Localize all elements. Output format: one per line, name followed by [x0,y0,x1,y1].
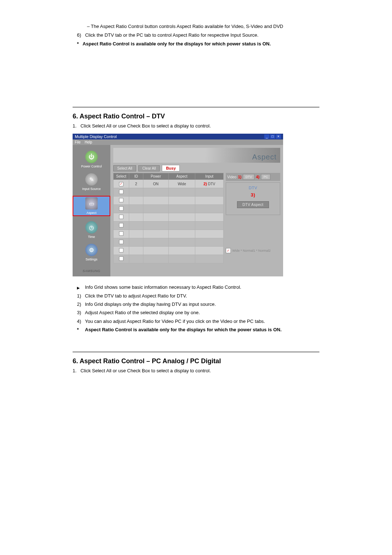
row-checkbox[interactable] [119,240,123,244]
col-aspect: Aspect [168,173,195,180]
window-title: Multiple Display Control [75,134,117,139]
under-line-3: Adjust Aspect Ratio of the selected disp… [85,308,200,317]
titlebar: Multiple Display Control _ □ × [73,134,283,139]
cell-id: 2 [129,180,143,188]
info-grid: Select ID Power Aspect Input 2 ON Wide [113,173,224,263]
intro-line-2: Click the DTV tab or the PC tab to contr… [85,32,258,38]
power-icon: ⏻ [85,151,98,163]
brand-logo: SAMSUNG [73,269,110,273]
table-row[interactable] [114,230,224,238]
table-row[interactable] [114,213,224,222]
annotation-2: 2) [203,182,207,186]
table-row[interactable] [114,222,224,230]
status-check-icon: ✓ [226,248,231,253]
status-line: ✓ Wide * Normal1 * Normal2 [226,247,280,253]
dtv-box-title: DTV [228,186,278,190]
step-number-2: 1. [73,368,77,373]
sidebar-item-time[interactable]: ◷ Time [73,221,110,239]
star-marker: * [77,41,79,46]
sidebar-item-power[interactable]: ⏻ Power Control [73,151,110,168]
divider [73,352,319,352]
intro-line-1: The Aspect Ratio Control button controls… [91,24,283,29]
app-screenshot: Multiple Display Control _ □ × File Help… [73,134,283,276]
menubar: File Help [73,139,283,145]
aspect-icon: ▭ [85,197,98,210]
menu-help[interactable]: Help [85,140,92,144]
table-row[interactable] [114,255,224,263]
sidebar: ⏻ Power Control ✎ Input Source ▭ Aspect … [73,145,110,276]
row-checkbox[interactable] [119,231,123,236]
col-select: Select [114,173,129,180]
right-panel: Video 1) DTV 4) PC DTV 3) DTV Aspect [226,173,280,263]
maximize-icon[interactable]: □ [270,134,275,139]
table-row[interactable]: 2 ON Wide 2) DTV [114,180,224,188]
marker-6: 6) [77,32,81,38]
under-note: Aspect Ratio Control is available only f… [85,325,282,334]
row-checkbox[interactable] [119,248,123,252]
col-id: ID [129,173,143,180]
marker-2: 2) [77,300,83,308]
row-checkbox[interactable] [119,206,123,211]
close-icon[interactable]: × [276,134,281,139]
section-title-dtv: 6. Aspect Ratio Control – DTV [73,113,319,120]
marker-1: 1) [77,292,83,300]
panel-header: Aspect [113,148,280,163]
dtv-aspect-button[interactable]: DTV Aspect [237,201,269,208]
sidebar-item-settings[interactable]: ⚙ Settings [73,244,110,261]
clear-all-button[interactable]: Clear All [138,165,160,171]
table-row[interactable] [114,238,224,247]
annotation-3: 3) [228,192,278,198]
cell-power: ON [143,180,169,188]
star-marker-2: * [77,325,83,334]
row-checkbox[interactable] [119,215,123,219]
row-checkbox[interactable] [119,198,123,202]
tabs-row: Video 1) DTV 4) PC [226,173,280,181]
under-line-2: Info Grid displays only the display havi… [85,300,216,308]
input-source-icon: ✎ [85,173,98,186]
section-title-pc: 6. Aspect Ratio Control – PC Analog / PC… [73,357,319,365]
menu-file[interactable]: File [75,140,81,144]
table-row[interactable] [114,205,224,213]
toolbar: Select All Clear All Busy [113,165,280,171]
annotation-4: 4) [256,175,260,179]
step-number: 1. [73,123,77,129]
tab-pc[interactable]: PC [261,174,271,180]
cell-aspect: Wide [168,180,195,188]
marker-4: 4) [77,317,83,325]
table-row[interactable] [114,197,224,205]
marker-3: 3) [77,308,83,317]
bullet-arrow-icon: ▶ [77,285,80,291]
row-checkbox[interactable] [119,182,123,186]
sidebar-item-aspect[interactable]: ▭ Aspect [73,196,110,216]
select-all-button[interactable]: Select All [113,165,136,171]
dash-marker: – [87,24,90,29]
step-text: Click Select All or use Check Box to sel… [81,123,211,129]
minimize-icon[interactable]: _ [264,134,269,139]
row-checkbox[interactable] [119,190,123,194]
busy-indicator: Busy [162,165,180,171]
video-label: Video [227,175,236,179]
cell-input: 2) DTV [195,180,224,188]
main-panel: Aspect Select All Clear All Busy Select … [110,145,283,276]
step-text-2: Click Select All or use Check Box to sel… [81,368,211,373]
under-line-4: You can also adjust Aspect Ratio for Vid… [85,317,265,325]
settings-icon: ⚙ [85,244,98,256]
under-list: ▶ Info Grid shows some basic information… [77,283,319,334]
time-icon: ◷ [85,221,98,234]
row-checkbox[interactable] [119,256,123,261]
intro-block: – The Aspect Ratio Control button contro… [77,23,319,48]
status-text: Wide * Normal1 * Normal2 [232,249,271,252]
annotation-1: 1) [238,175,241,179]
dtv-box: DTV 3) DTV Aspect [226,182,280,215]
tab-dtv[interactable]: DTV [243,174,254,180]
row-checkbox[interactable] [119,223,123,227]
under-line-0: Info Grid shows some basic information n… [85,283,241,291]
table-row[interactable] [114,247,224,255]
col-input: Input [195,173,224,180]
col-power: Power [143,173,169,180]
table-row[interactable] [114,188,224,197]
intro-note: Aspect Ratio Control is available only f… [82,41,271,46]
divider [73,107,319,108]
sidebar-item-input[interactable]: ✎ Input Source [73,173,110,191]
under-line-1: Click the DTV tab to adjust Aspect Ratio… [85,292,187,300]
